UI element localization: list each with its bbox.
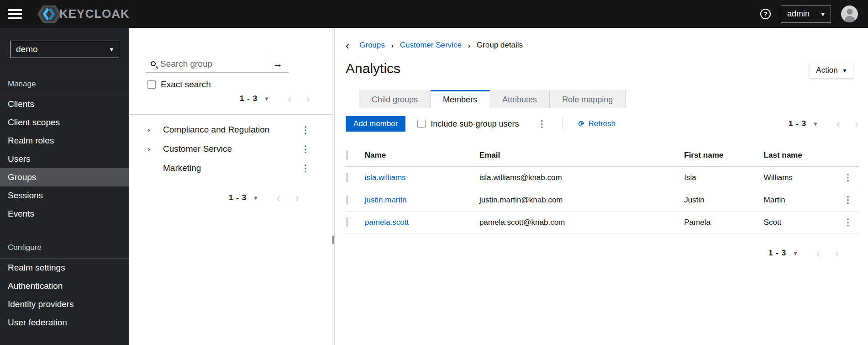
breadcrumb-link-groups[interactable]: Groups [359, 41, 385, 50]
user-dropdown[interactable]: admin ▾ [781, 5, 831, 23]
divider [129, 114, 332, 115]
divider [563, 117, 563, 130]
breadcrumb: ‹ Groups › Customer Service › Group deta… [346, 41, 859, 50]
realm-selector[interactable]: demo ▾ [10, 41, 119, 58]
resize-grip-icon[interactable] [332, 236, 334, 244]
tree-item-compliance-and-regulation[interactable]: › Compliance and Regulation ⋮ [129, 120, 332, 139]
tab-child-groups[interactable]: Child groups [359, 90, 431, 108]
sidebar-item-clients[interactable]: Clients [0, 95, 129, 113]
members-pagination-top: 1 - 3 ▾ ‹ › [789, 119, 859, 128]
previous-page-icon[interactable]: ‹ [277, 193, 281, 202]
main-content: ‹ Groups › Customer Service › Group deta… [335, 28, 868, 345]
search-input-wrap [146, 55, 267, 72]
masthead-actions: ? admin ▾ [760, 5, 858, 23]
expand-icon[interactable]: › [147, 144, 158, 154]
help-icon[interactable]: ? [760, 9, 771, 19]
row-checkbox[interactable] [347, 218, 347, 227]
pagination-range: 1 - 3 [240, 94, 258, 103]
tab-members[interactable]: Members [431, 90, 490, 108]
include-subgroups-checkbox[interactable] [417, 120, 426, 128]
row-kebab-menu-icon[interactable]: ⋮ [843, 172, 852, 182]
pagination-range: 1 - 3 [229, 193, 247, 202]
kebab-menu-icon[interactable]: ⋮ [301, 125, 310, 134]
group-detail-tabs: Child groups Members Attributes Role map… [359, 90, 626, 108]
row-kebab-menu-icon[interactable]: ⋮ [843, 195, 852, 205]
sidebar-item-authentication[interactable]: Authentication [0, 277, 129, 295]
search-group-input[interactable] [160, 59, 267, 69]
search-submit-button[interactable]: → [267, 55, 289, 72]
tree-item-label[interactable]: Customer Service [163, 144, 232, 154]
breadcrumb-separator-icon: › [391, 42, 394, 49]
member-email: justin.martin@knab.com [476, 189, 680, 212]
tab-attributes[interactable]: Attributes [490, 90, 550, 108]
previous-page-icon[interactable]: ‹ [836, 119, 841, 128]
action-dropdown-button[interactable]: Action ▾ [809, 63, 853, 78]
group-search: → [146, 55, 289, 73]
tree-item-label[interactable]: Compliance and Regulation [163, 125, 269, 135]
kebab-menu-icon[interactable]: ⋮ [301, 144, 310, 154]
action-button-label: Action [816, 66, 837, 75]
next-page-icon[interactable]: › [855, 119, 859, 128]
members-pagination-bottom: 1 - 3 ▾ ‹ › [346, 249, 859, 258]
column-header-last-name[interactable]: Last name [760, 144, 840, 167]
tab-role-mapping[interactable]: Role mapping [550, 90, 626, 108]
refresh-button[interactable]: Refresh [579, 119, 615, 128]
pagination-options-icon[interactable]: ▾ [794, 249, 797, 257]
sidebar-item-groups[interactable]: Groups [0, 168, 129, 186]
sidebar-item-realm-settings[interactable]: Realm settings [0, 259, 129, 277]
refresh-icon [578, 120, 585, 128]
sidebar-item-users[interactable]: Users [0, 150, 129, 168]
search-icon [151, 61, 156, 66]
sidebar-item-events[interactable]: Events [0, 205, 129, 223]
tree-item-marketing[interactable]: › Marketing ⋮ [129, 159, 332, 178]
column-header-email[interactable]: Email [476, 144, 680, 167]
username: admin [787, 9, 810, 19]
pagination-options-icon[interactable]: ▾ [254, 194, 258, 202]
next-page-icon[interactable]: › [295, 193, 299, 202]
avatar[interactable] [841, 5, 858, 22]
member-name-link[interactable]: justin.martin [365, 196, 407, 204]
expand-icon[interactable]: › [147, 125, 158, 135]
row-kebab-menu-icon[interactable]: ⋮ [843, 217, 852, 227]
sidebar-item-client-scopes[interactable]: Client scopes [0, 113, 129, 132]
breadcrumb-back-icon[interactable]: ‹ [346, 42, 349, 49]
breadcrumb-link-customer-service[interactable]: Customer Service [400, 41, 462, 50]
member-first-name: Isla [680, 167, 760, 189]
column-header-first-name[interactable]: First name [680, 144, 760, 167]
members-toolbar: Add member Include sub-group users ⋮ Ref… [346, 115, 859, 133]
member-name-link[interactable]: pamela.scott [365, 218, 409, 227]
kebab-menu-icon[interactable]: ⋮ [301, 164, 310, 173]
page-layout: demo ▾ Manage Clients Client scopes Real… [0, 28, 868, 345]
page-title: Analytics [346, 61, 859, 76]
member-name-link[interactable]: isla.williams [365, 173, 406, 182]
next-page-icon[interactable]: › [306, 94, 310, 103]
toolbar-kebab-menu-icon[interactable]: ⋮ [537, 119, 546, 128]
row-checkbox[interactable] [347, 195, 347, 205]
pagination-options-icon[interactable]: ▾ [814, 120, 817, 128]
manage-nav-list: Clients Client scopes Realm roles Users … [0, 95, 129, 223]
exact-search-label: Exact search [161, 80, 211, 90]
exact-search-checkbox[interactable] [147, 80, 156, 89]
tree-item-customer-service[interactable]: › Customer Service ⋮ [129, 139, 332, 159]
select-all-checkbox[interactable] [347, 150, 347, 160]
previous-page-icon[interactable]: ‹ [288, 94, 292, 103]
pagination-options-icon[interactable]: ▾ [265, 95, 268, 103]
next-page-icon[interactable]: › [835, 249, 839, 258]
tree-item-label[interactable]: Marketing [163, 163, 201, 173]
previous-page-icon[interactable]: ‹ [816, 249, 821, 258]
sidebar-item-realm-roles[interactable]: Realm roles [0, 132, 129, 150]
member-last-name: Scott [760, 212, 840, 234]
sidebar-item-user-federation[interactable]: User federation [0, 313, 129, 332]
row-checkbox[interactable] [347, 173, 347, 182]
member-last-name: Martin [760, 189, 840, 212]
keycloak-logo-icon [36, 4, 62, 25]
column-header-name[interactable]: Name [361, 144, 476, 167]
sidebar-item-sessions[interactable]: Sessions [0, 186, 129, 205]
include-subgroups-row: Include sub-group users [417, 119, 519, 129]
sidebar-item-identity-providers[interactable]: Identity providers [0, 295, 129, 313]
tree-pagination-top: 1 - 3 ▾ ‹ › [129, 94, 332, 103]
chevron-down-icon: ▾ [821, 10, 825, 18]
members-table: Name Email First name Last name isla.wil… [346, 144, 859, 234]
hamburger-menu-icon[interactable] [8, 9, 22, 19]
add-member-button[interactable]: Add member [346, 116, 405, 132]
